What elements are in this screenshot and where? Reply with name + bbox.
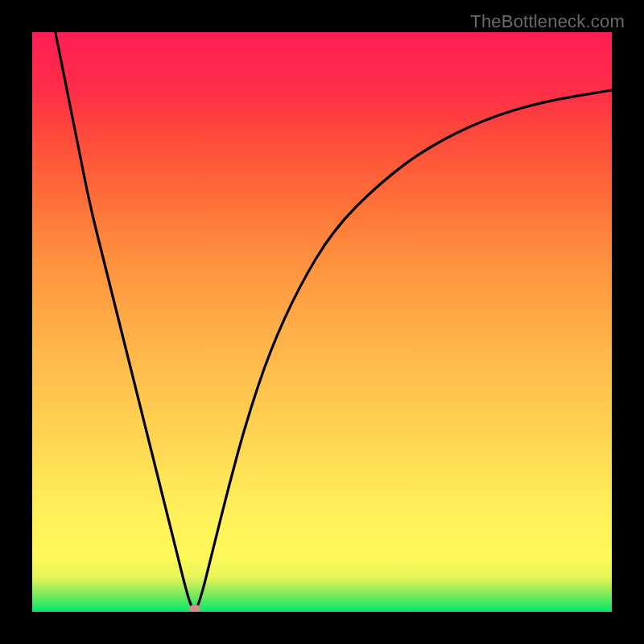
plot-area — [32, 32, 612, 612]
optimal-point-marker — [189, 605, 200, 612]
chart-frame: TheBottleneck.com — [0, 0, 644, 644]
bottleneck-curve — [32, 32, 612, 612]
watermark-text: TheBottleneck.com — [470, 11, 625, 32]
